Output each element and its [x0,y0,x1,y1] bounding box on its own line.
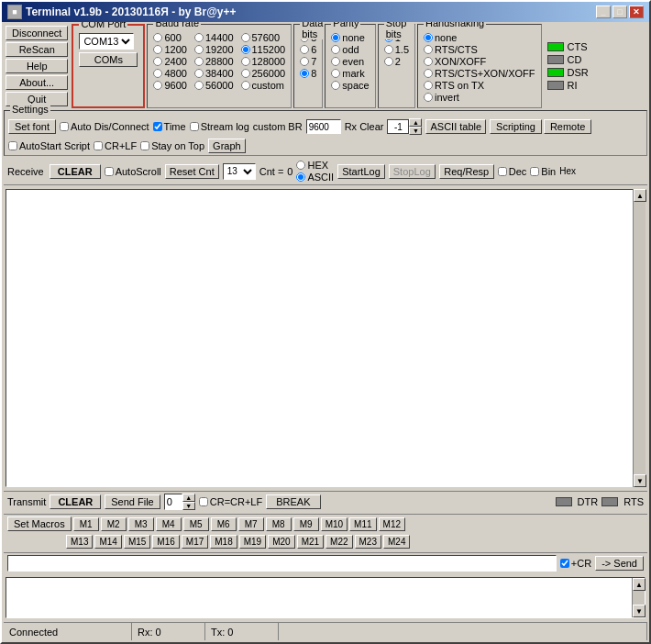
bin-check[interactable] [530,167,539,176]
break-button[interactable]: BREAK [266,494,320,509]
cnt-select[interactable]: 13 [223,163,256,180]
ascii-radio[interactable] [296,172,305,182]
scroll-down-button[interactable]: ▼ [634,474,646,487]
parity-none-radio[interactable] [331,33,340,42]
main-input[interactable] [7,555,557,572]
rx-clear-input[interactable] [387,119,409,134]
parity-even-radio[interactable] [331,57,340,66]
rescan-button[interactable]: ReScan [6,42,68,57]
hs-none-radio[interactable] [424,33,433,42]
minimize-button[interactable]: _ [596,6,611,18]
macro-m20[interactable]: M20 [268,535,294,549]
hs-rts-tx-radio[interactable] [424,81,433,90]
time-check[interactable] [153,122,162,131]
baud-9600-radio[interactable] [153,81,162,90]
com-port-select[interactable]: COM13 [79,33,134,50]
baud-115200-radio[interactable] [241,45,250,54]
text-area[interactable]: ▲ ▼ [6,577,645,618]
baud-28800-radio[interactable] [194,57,204,66]
transmit-input[interactable] [164,494,182,510]
scripting-button[interactable]: Scripting [490,119,542,134]
clear-transmit-button[interactable]: CLEAR [50,494,101,509]
macro-m7[interactable]: M7 [238,517,264,531]
macro-m21[interactable]: M21 [297,535,324,549]
baud-2400-radio[interactable] [153,57,162,66]
cr-cr-lf-check[interactable] [199,497,208,506]
parity-space-radio[interactable] [331,81,340,90]
macro-m14[interactable]: M14 [94,535,121,549]
send-file-button[interactable]: Send File [105,494,160,509]
databits-6-radio[interactable] [300,45,309,54]
scroll-up-button[interactable]: ▲ [634,189,646,202]
databits-8-radio[interactable] [300,69,309,78]
macro-m6[interactable]: M6 [211,517,237,531]
set-macros-button[interactable]: Set Macros [7,516,72,531]
rx-clear-up[interactable]: ▲ [409,118,422,127]
stay-on-top-check[interactable] [140,141,149,150]
receive-area[interactable] [6,189,645,487]
auto-dis-connect-check[interactable] [60,122,69,131]
baud-4800-radio[interactable] [153,69,162,78]
transmit-down[interactable]: ▼ [182,502,195,510]
macro-m8[interactable]: M8 [266,517,292,531]
send-button[interactable]: -> Send [595,556,644,571]
macro-m13[interactable]: M13 [66,535,93,549]
autoscroll-check[interactable] [105,167,114,176]
macro-m22[interactable]: M22 [326,535,352,549]
startlog-button[interactable]: StartLog [337,164,385,179]
autostart-script-check[interactable] [8,141,17,150]
hs-rts-cts-radio[interactable] [424,45,433,54]
remote-button[interactable]: Remote [544,119,592,134]
macro-m12[interactable]: M12 [379,517,405,531]
macro-m11[interactable]: M11 [349,517,376,531]
macro-m18[interactable]: M18 [210,535,237,549]
help-button[interactable]: Help [6,59,68,73]
macro-m5[interactable]: M5 [183,517,209,531]
text-scroll-down[interactable]: ▼ [633,605,645,617]
maximize-button[interactable]: □ [612,6,627,18]
clear-receive-button[interactable]: CLEAR [50,164,101,179]
close-button[interactable]: ✕ [629,6,644,18]
graph-button[interactable]: Graph [208,139,246,153]
set-font-button[interactable]: Set font [8,119,56,134]
receive-scrollbar[interactable]: ▲ ▼ [633,189,645,487]
baud-600-radio[interactable] [153,33,162,42]
macro-m24[interactable]: M24 [383,535,410,549]
macro-m16[interactable]: M16 [152,535,179,549]
baud-56000-radio[interactable] [194,81,204,90]
stream-log-check[interactable] [190,122,199,131]
baud-57600-radio[interactable] [241,33,250,42]
baud-19200-radio[interactable] [194,45,204,54]
databits-7-radio[interactable] [300,57,309,66]
macro-m15[interactable]: M15 [124,535,150,549]
macro-m1[interactable]: M1 [73,517,99,531]
parity-odd-radio[interactable] [331,45,340,54]
macro-m9[interactable]: M9 [293,517,319,531]
baud-38400-radio[interactable] [194,69,204,78]
macro-m19[interactable]: M19 [239,535,266,549]
coms-button[interactable]: COMs [79,52,138,67]
plus-cr-check[interactable] [560,559,569,568]
disconnect-button[interactable]: Disconnect [6,26,68,40]
baud-256000-radio[interactable] [241,69,250,78]
baud-1200-radio[interactable] [153,45,162,54]
stopbits-1-5-radio[interactable] [384,45,393,54]
transmit-up[interactable]: ▲ [182,494,195,502]
cr-lf-check[interactable] [94,141,103,150]
parity-mark-radio[interactable] [331,69,340,78]
macro-m2[interactable]: M2 [101,517,127,531]
dec-hex-check[interactable] [498,167,507,176]
macro-m3[interactable]: M3 [128,517,154,531]
macro-m10[interactable]: M10 [321,517,348,531]
req-resp-button[interactable]: Req/Resp [439,164,494,179]
macro-m23[interactable]: M23 [355,535,381,549]
hex-radio[interactable] [296,161,305,170]
text-scroll-up[interactable]: ▲ [633,578,645,591]
rx-clear-down[interactable]: ▼ [409,127,422,135]
baud-128000-radio[interactable] [241,57,250,66]
stopbits-2-radio[interactable] [384,57,393,66]
ascii-table-button[interactable]: ASCII table [425,119,486,134]
macro-m17[interactable]: M17 [182,535,208,549]
baud-14400-radio[interactable] [194,33,204,42]
text-area-scrollbar[interactable]: ▲ ▼ [632,578,645,617]
